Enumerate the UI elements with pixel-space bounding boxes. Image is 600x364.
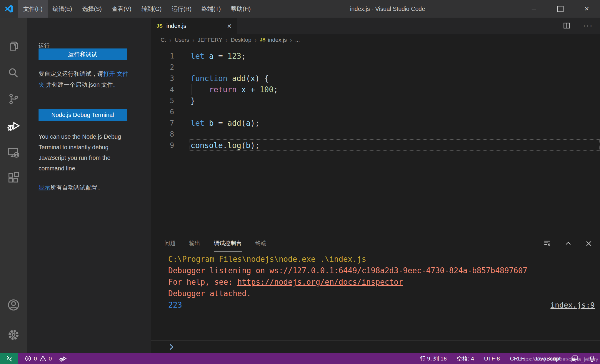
menu-item-7[interactable]: 帮助(H): [226, 0, 256, 18]
vscode-window: { "window": { "title": "index.js - Visua…: [0, 0, 600, 364]
code-editor: 1let a = 123;23function add(x) {4 return…: [151, 46, 600, 234]
breadcrumb-item-0[interactable]: C:: [161, 37, 166, 43]
breadcrumb-file[interactable]: JSindex.js: [260, 37, 287, 43]
code-line[interactable]: 3function add(x) {: [151, 73, 600, 84]
explorer-icon[interactable]: [0, 39, 27, 54]
split-editor-icon[interactable]: [563, 22, 571, 29]
console-text: Debugger listening on ws://127.0.0.1:644…: [168, 265, 527, 276]
extensions-icon[interactable]: [0, 170, 27, 185]
panel-tabs: 问题输出调试控制台终端: [151, 234, 600, 252]
customize-text-2: 并创建一个启动.json 文件。: [44, 81, 119, 88]
breadcrumb-separator-icon: ›: [226, 37, 228, 43]
problems-status: 0 0: [25, 355, 67, 363]
breadcrumb-separator-icon: ›: [192, 37, 194, 43]
eol-status[interactable]: CRLF: [510, 355, 525, 362]
breadcrumb-item-2[interactable]: JEFFERY: [198, 37, 222, 43]
code-line[interactable]: 7let b = add(a);: [151, 118, 600, 129]
code-line[interactable]: 9console.log(b);: [151, 140, 600, 151]
tab-index-js[interactable]: JS index.js ✕: [151, 18, 237, 34]
status-right: 行 9, 列 16 空格: 4 UTF-8 CRLF JavaScript: [420, 355, 596, 363]
show-link[interactable]: 显示: [39, 184, 50, 191]
bottom-panel: 问题输出调试控制台终端 C:\Program Files\nodejs\node…: [151, 234, 600, 353]
breadcrumb-item-1[interactable]: Users: [175, 37, 189, 43]
run-and-debug-button[interactable]: 运行和调试: [39, 48, 127, 60]
menu-item-4[interactable]: 转到(G): [136, 0, 167, 18]
line-number: 3: [151, 73, 174, 84]
clear-console-icon[interactable]: [543, 239, 551, 248]
console-line-0: C:\Program Files\nodejs\node.exe .\index…: [151, 254, 600, 265]
warning-count: 0: [49, 355, 52, 362]
tab-close-icon[interactable]: ✕: [227, 23, 232, 30]
menu-item-5[interactable]: 运行(R): [166, 0, 196, 18]
source-control-icon[interactable]: [0, 91, 27, 107]
error-count: 0: [34, 355, 37, 362]
error-icon: [25, 355, 31, 362]
line-number: 2: [151, 62, 174, 73]
panel-tab-2[interactable]: 调试控制台: [214, 234, 242, 252]
code-text: return x + 100;: [191, 84, 278, 95]
account-icon[interactable]: [0, 297, 27, 313]
minimize-button[interactable]: ─: [521, 0, 547, 18]
console-url-link[interactable]: https://nodejs.org/en/docs/inspector: [237, 276, 403, 288]
breadcrumb-separator-icon: ›: [254, 37, 256, 43]
js-file-icon: JS: [156, 23, 163, 29]
indentation-status[interactable]: 空格: 4: [457, 355, 474, 363]
window-title: index.js - Visual Studio Code: [350, 0, 425, 18]
encoding-status[interactable]: UTF-8: [484, 355, 500, 362]
panel-tab-0[interactable]: 问题: [164, 234, 176, 252]
console-source-link[interactable]: index.js:9: [550, 299, 595, 311]
console-text: Debugger attached.: [168, 288, 251, 299]
code-line[interactable]: 2: [151, 62, 600, 73]
code-line[interactable]: 8: [151, 129, 600, 140]
editor-tab-bar: JS index.js ✕: [151, 18, 600, 34]
remote-indicator[interactable]: [0, 353, 18, 364]
breadcrumb-more[interactable]: ...: [295, 37, 300, 43]
title-bar: 文件(F)编辑(E)选择(S)查看(V)转到(G)运行(R)终端(T)帮助(H)…: [0, 0, 600, 18]
debug-console-input[interactable]: [151, 340, 600, 353]
menu-item-3[interactable]: 查看(V): [107, 0, 136, 18]
tab-label: index.js: [166, 23, 186, 29]
line-number: 7: [151, 118, 174, 129]
console-line-4: 223index.js:9: [151, 299, 600, 311]
maximize-icon: [557, 6, 564, 12]
more-actions-icon[interactable]: ···: [583, 23, 593, 28]
menu-item-2[interactable]: 选择(S): [77, 0, 107, 18]
notifications-bell-icon[interactable]: [588, 355, 596, 363]
menu-item-6[interactable]: 终端(T): [196, 0, 226, 18]
nodejs-debug-terminal-button[interactable]: Node.js Debug Terminal: [39, 109, 127, 121]
error-warning-status[interactable]: 0 0: [25, 355, 52, 362]
menu-item-1[interactable]: 编辑(E): [48, 0, 77, 18]
breadcrumb-separator-icon: ›: [290, 37, 292, 43]
code-line[interactable]: 6: [151, 106, 600, 118]
code-lines: 1let a = 123;23function add(x) {4 return…: [151, 51, 600, 151]
language-mode-status[interactable]: JavaScript: [534, 355, 561, 362]
settings-icon[interactable]: [0, 327, 27, 343]
code-line[interactable]: 1let a = 123;: [151, 51, 600, 62]
run-debug-icon[interactable]: [0, 118, 27, 134]
remote-explorer-icon[interactable]: [0, 145, 27, 160]
feedback-icon[interactable]: [571, 355, 578, 363]
console-text: For help, see:: [168, 276, 237, 288]
activity-bar: [0, 18, 27, 353]
maximize-panel-icon[interactable]: [564, 240, 572, 247]
node-terminal-description: You can use the Node.js Debug Terminal t…: [39, 131, 136, 174]
line-number: 4: [151, 84, 174, 95]
panel-actions: [543, 239, 593, 248]
breadcrumb-item-3[interactable]: Desktop: [231, 37, 251, 43]
maximize-button[interactable]: [547, 0, 574, 18]
debug-session-status[interactable]: [59, 355, 67, 363]
panel-tab-3[interactable]: 终端: [255, 234, 266, 252]
code-text: let a = 123;: [191, 51, 246, 62]
line-number: 9: [151, 140, 174, 151]
console-line-3: Debugger attached.: [151, 288, 600, 299]
console-text: 223: [168, 299, 182, 311]
cursor-position-status[interactable]: 行 9, 列 16: [420, 355, 447, 363]
code-line[interactable]: 4 return x + 100;: [151, 84, 600, 95]
close-button[interactable]: ✕: [574, 0, 600, 18]
search-icon[interactable]: [0, 66, 27, 81]
vscode-logo-icon: [0, 4, 18, 14]
menu-item-0[interactable]: 文件(F): [18, 0, 48, 18]
close-panel-icon[interactable]: [585, 240, 593, 247]
panel-tab-1[interactable]: 输出: [189, 234, 200, 252]
code-line[interactable]: 5}: [151, 95, 600, 106]
